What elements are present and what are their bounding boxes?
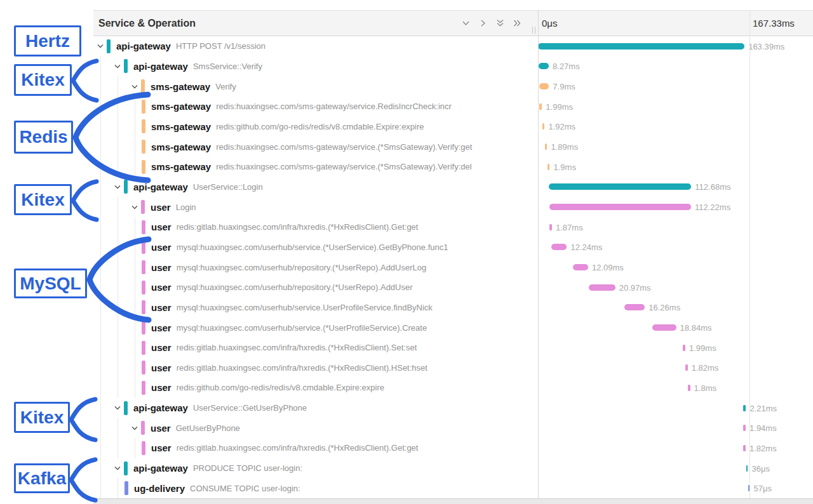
span-duration-bar[interactable] xyxy=(551,244,567,250)
row-expand-chevron-icon[interactable] xyxy=(114,466,121,470)
tree-indent-guide xyxy=(118,277,118,298)
service-name: user xyxy=(151,362,171,373)
span-timeline-cell: 1.92ms xyxy=(538,117,813,137)
column-resize-handle[interactable] xyxy=(532,27,535,34)
tree-indent-guide xyxy=(100,217,101,237)
span-duration-bar[interactable] xyxy=(539,103,542,110)
span-row[interactable]: userredis:gitlab.huaxingsec.com/infra/hx… xyxy=(93,438,813,458)
span-duration-bar[interactable] xyxy=(539,83,549,90)
row-expand-chevron-icon[interactable] xyxy=(131,426,138,430)
span-name-cell[interactable]: usermysql:huaxingsec.com/userhub/reposit… xyxy=(93,257,537,277)
chevron-down-icon[interactable] xyxy=(462,19,470,27)
span-name-cell[interactable]: userLogin xyxy=(93,197,537,217)
span-duration-bar[interactable] xyxy=(539,63,549,69)
annotation-box-kitex-1: Kitex xyxy=(14,64,72,96)
span-row[interactable]: usermysql:huaxingsec.com/userhub/service… xyxy=(93,317,813,338)
span-row[interactable]: userredis:gitlab.huaxingsec.com/infra/hx… xyxy=(93,358,813,378)
span-duration-bar[interactable] xyxy=(589,284,615,291)
span-row[interactable]: userredis:gitlab.huaxingsec.com/infra/hx… xyxy=(93,338,813,358)
span-row[interactable]: usermysql:huaxingsec.com/userhub/reposit… xyxy=(93,277,813,298)
column-divider[interactable] xyxy=(538,10,539,498)
span-duration-bar[interactable] xyxy=(573,264,588,270)
row-expand-chevron-icon[interactable] xyxy=(114,64,121,69)
span-duration-bar[interactable] xyxy=(549,183,691,190)
tree-indent-guide xyxy=(100,136,101,157)
tree-indent-guide xyxy=(118,257,118,277)
span-row[interactable]: usermysql:huaxingsec.com/userhub/reposit… xyxy=(93,257,813,277)
double-chevron-down-icon[interactable] xyxy=(496,19,504,27)
span-duration-bar[interactable] xyxy=(683,345,685,351)
span-name-cell[interactable]: sms-gatewayredis:huaxingsec.com/sms-gate… xyxy=(93,96,537,117)
span-name-cell[interactable]: userredis:gitlab.huaxingsec.com/infra/hx… xyxy=(93,438,537,458)
span-duration-bar[interactable] xyxy=(652,324,676,331)
tree-indent-guide xyxy=(118,438,118,458)
span-duration-label: 7.9ms xyxy=(553,82,575,91)
span-duration-bar[interactable] xyxy=(688,385,690,391)
span-row[interactable]: api-gatewayPRODUCE TOPIC user-login:36μs xyxy=(93,458,813,479)
service-color-bar xyxy=(141,79,145,93)
span-name-cell[interactable]: usermysql:huaxingsec.com/userhub/service… xyxy=(93,237,537,258)
span-duration-bar[interactable] xyxy=(743,425,746,431)
row-expand-chevron-icon[interactable] xyxy=(131,205,138,209)
span-name-cell[interactable]: sms-gatewayredis:huaxingsec.com/sms-gate… xyxy=(93,157,537,177)
span-row[interactable]: sms-gatewayredis:github.com/go-redis/red… xyxy=(93,117,813,137)
span-name-cell[interactable]: usermysql:huaxingsec.com/userhub/reposit… xyxy=(93,277,537,298)
span-row[interactable]: sms-gatewayredis:huaxingsec.com/sms-gate… xyxy=(93,96,813,117)
span-row[interactable]: api-gatewayUserService::Login112.68ms xyxy=(93,177,813,197)
operation-name: HTTP POST /v1/session xyxy=(176,41,265,51)
span-name-cell[interactable]: api-gatewaySmsService::Verify xyxy=(93,56,537,77)
tree-indent-guide xyxy=(135,338,135,358)
span-name-cell[interactable]: userGetUserByPhone xyxy=(93,418,537,438)
span-duration-bar[interactable] xyxy=(743,445,746,451)
span-duration-bar[interactable] xyxy=(743,405,746,411)
span-row[interactable]: sms-gatewayVerify7.9ms xyxy=(93,76,813,96)
span-duration-bar[interactable] xyxy=(746,465,748,472)
span-timeline-cell: 1.99ms xyxy=(538,338,813,358)
operation-name: redis:github.com/go-redis/redis/v8.cmdab… xyxy=(216,122,424,131)
span-row[interactable]: userredis:github.com/go-redis/redis/v8.c… xyxy=(93,378,813,398)
span-name-cell[interactable]: api-gatewayPRODUCE TOPIC user-login: xyxy=(93,458,537,479)
span-name-cell[interactable]: sms-gatewayVerify xyxy=(93,76,537,96)
span-name-cell[interactable]: userredis:github.com/go-redis/redis/v8.c… xyxy=(93,378,537,398)
span-duration-bar[interactable] xyxy=(545,143,548,150)
span-duration-bar[interactable] xyxy=(624,304,645,310)
span-name-cell[interactable]: userredis:gitlab.huaxingsec.com/infra/hx… xyxy=(93,358,537,378)
span-name-cell[interactable]: userredis:gitlab.huaxingsec.com/infra/hx… xyxy=(93,338,537,358)
span-duration-bar[interactable] xyxy=(549,224,552,230)
span-rows: api-gatewayHTTP POST /v1/session163.39ms… xyxy=(93,36,813,498)
span-row[interactable]: api-gatewaySmsService::Verify8.27ms xyxy=(93,56,813,77)
span-row[interactable]: userGetUserByPhone1.94ms xyxy=(93,418,813,438)
span-row[interactable]: sms-gatewayredis:huaxingsec.com/sms-gate… xyxy=(93,136,813,157)
span-name-cell[interactable]: api-gatewayUserService::Login xyxy=(93,177,537,197)
span-timeline-cell: 16.26ms xyxy=(538,298,813,318)
span-duration-bar[interactable] xyxy=(548,164,550,170)
span-name-cell[interactable]: api-gatewayUserService::GetUserByPhone xyxy=(93,398,537,418)
double-chevron-right-icon[interactable] xyxy=(513,19,521,27)
span-row[interactable]: usermysql:huaxingsec.com/userhub/service… xyxy=(93,298,813,318)
span-duration-bar[interactable] xyxy=(538,43,744,50)
span-name-cell[interactable]: api-gatewayHTTP POST /v1/session xyxy=(93,36,537,56)
span-name-cell[interactable]: ug-deliveryCONSUME TOPIC user-login: xyxy=(93,478,537,498)
span-row[interactable]: api-gatewayHTTP POST /v1/session163.39ms xyxy=(93,36,813,56)
row-expand-chevron-icon[interactable] xyxy=(131,84,138,89)
span-name-cell[interactable]: sms-gatewayredis:github.com/go-redis/red… xyxy=(93,117,537,137)
span-name-cell[interactable]: sms-gatewayredis:huaxingsec.com/sms-gate… xyxy=(93,136,537,157)
span-duration-bar[interactable] xyxy=(685,364,688,371)
span-row[interactable]: userLogin112.22ms xyxy=(93,197,813,217)
span-duration-bar[interactable] xyxy=(542,123,545,129)
span-timeline-cell: 1.99ms xyxy=(538,96,813,117)
span-name-cell[interactable]: usermysql:huaxingsec.com/userhub/service… xyxy=(93,298,537,318)
span-name-cell[interactable]: usermysql:huaxingsec.com/userhub/service… xyxy=(93,317,537,338)
span-name-cell[interactable]: userredis:gitlab.huaxingsec.com/infra/hx… xyxy=(93,217,537,237)
span-row[interactable]: ug-deliveryCONSUME TOPIC user-login:57μs xyxy=(93,478,813,498)
row-expand-chevron-icon[interactable] xyxy=(114,406,121,410)
tree-indent-guide xyxy=(100,157,101,177)
row-expand-chevron-icon[interactable] xyxy=(114,185,121,189)
span-row[interactable]: usermysql:huaxingsec.com/userhub/service… xyxy=(93,237,813,258)
span-row[interactable]: api-gatewayUserService::GetUserByPhone2.… xyxy=(93,398,813,418)
row-expand-chevron-icon[interactable] xyxy=(97,44,104,48)
chevron-right-icon[interactable] xyxy=(479,19,487,27)
span-row[interactable]: userredis:gitlab.huaxingsec.com/infra/hx… xyxy=(93,217,813,237)
span-row[interactable]: sms-gatewayredis:huaxingsec.com/sms-gate… xyxy=(93,157,813,177)
span-duration-bar[interactable] xyxy=(549,204,691,210)
